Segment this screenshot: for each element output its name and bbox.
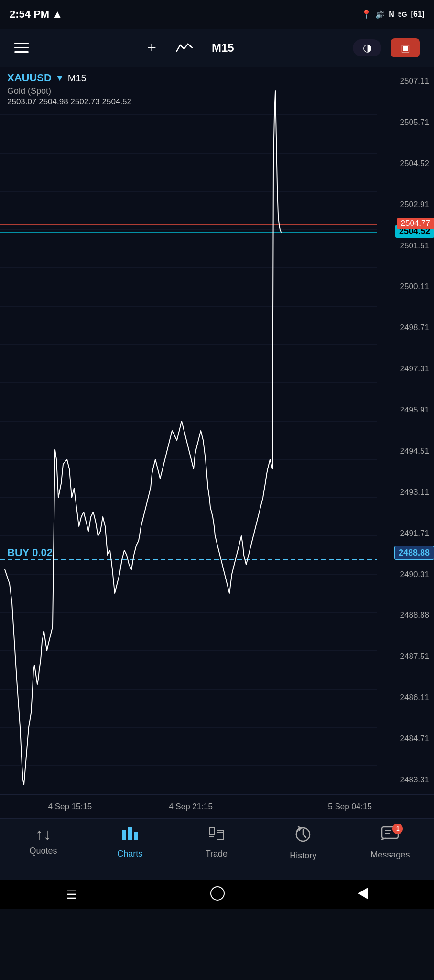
- time-label-1: 4 Sep 15:15: [10, 802, 130, 812]
- svg-rect-25: [134, 832, 138, 840]
- alert-price-tag: 2504.77: [397, 218, 434, 229]
- android-menu-button[interactable]: ☰: [66, 888, 77, 902]
- add-indicator-button[interactable]: +: [147, 39, 156, 56]
- svg-rect-26: [209, 828, 214, 835]
- chart-timeframe-label: M15: [68, 73, 87, 84]
- buy-price-tag: 2488.88: [394, 546, 434, 560]
- messages-icon: 1: [381, 826, 399, 846]
- price-chart[interactable]: BUY 0.02: [0, 67, 378, 794]
- price-level-18: 2483.31: [377, 775, 434, 785]
- android-back-button[interactable]: [358, 888, 368, 902]
- price-level-6: 2500.11: [377, 282, 434, 291]
- drawing-tool-button[interactable]: [175, 41, 193, 55]
- price-level-4: 2502.91: [377, 200, 434, 210]
- price-level-14: 2488.88: [377, 611, 434, 620]
- price-level-5: 2501.51: [377, 241, 434, 251]
- bottom-nav: ↑↓ Quotes Charts Trade: [0, 818, 434, 880]
- android-home-button[interactable]: [210, 886, 225, 903]
- svg-rect-23: [122, 830, 126, 840]
- symbol-name[interactable]: XAUUSD: [7, 72, 52, 84]
- chart-area: XAUUSD ▼ M15 Gold (Spot) 2503.07 2504.98…: [0, 67, 434, 794]
- chart-header: XAUUSD ▼ M15 Gold (Spot) 2503.07 2504.98…: [7, 72, 131, 107]
- price-level-1: 2507.11: [377, 77, 434, 86]
- charts-label: Charts: [117, 849, 142, 859]
- nav-item-trade[interactable]: Trade: [197, 826, 236, 859]
- signal-icon: 5G: [398, 11, 407, 18]
- screen-record-button[interactable]: ▣: [391, 38, 420, 57]
- price-level-10: 2494.51: [377, 446, 434, 456]
- nav-item-history[interactable]: History: [284, 826, 322, 861]
- ohlc-values: 2503.07 2504.98 2502.73 2504.52: [7, 97, 131, 107]
- svg-rect-24: [128, 827, 132, 840]
- trade-icon: [207, 826, 226, 845]
- quotes-label: Quotes: [30, 846, 57, 856]
- timeframe-button[interactable]: M15: [212, 41, 234, 55]
- symbol-description: Gold (Spot): [7, 86, 131, 96]
- symbol-dropdown-arrow[interactable]: ▼: [55, 73, 64, 83]
- price-level-11: 2493.11: [377, 488, 434, 497]
- price-level-3: 2504.52: [377, 159, 434, 168]
- nav-item-messages[interactable]: 1 Messages: [370, 826, 410, 860]
- price-level-12: 2491.71: [377, 529, 434, 538]
- price-level-13: 2490.31: [377, 570, 434, 579]
- nfc-icon: N: [389, 10, 394, 19]
- history-label: History: [290, 851, 316, 861]
- time-label-3: 5 Sep 04:15: [251, 802, 434, 812]
- quotes-icon: ↑↓: [35, 826, 52, 842]
- svg-rect-27: [217, 831, 224, 839]
- trade-label: Trade: [206, 849, 228, 859]
- messages-label: Messages: [370, 850, 410, 860]
- location-icon: 📍: [361, 9, 371, 20]
- svg-text:BUY 0.02: BUY 0.02: [7, 546, 53, 558]
- svg-line-0: [190, 46, 193, 48]
- hamburger-menu[interactable]: [14, 43, 29, 53]
- price-axis: 2507.11 2505.71 2504.52 2502.91 2501.51 …: [377, 67, 434, 794]
- battery-indicator: [61]: [411, 10, 424, 19]
- nav-item-charts[interactable]: Charts: [111, 826, 149, 859]
- price-level-16: 2486.11: [377, 693, 434, 702]
- bluetooth-icon: 🔊: [375, 10, 385, 19]
- time-axis: 4 Sep 15:15 4 Sep 21:15 5 Sep 04:15: [0, 794, 434, 818]
- status-time: 2:54 PM ▲: [10, 8, 63, 21]
- status-icons: 📍 🔊 N 5G [61]: [361, 9, 424, 20]
- android-nav-bar: ☰: [0, 880, 434, 909]
- status-bar: 2:54 PM ▲ 📍 🔊 N 5G [61]: [0, 0, 434, 29]
- price-level-15: 2487.51: [377, 652, 434, 661]
- time-label-2: 4 Sep 21:15: [130, 802, 251, 812]
- price-level-7: 2498.71: [377, 323, 434, 333]
- toolbar: + M15 ◑ ▣: [0, 29, 434, 67]
- history-icon: [294, 826, 312, 847]
- charts-icon: [121, 826, 139, 845]
- messages-badge: 1: [392, 824, 403, 834]
- theme-toggle[interactable]: ◑: [353, 39, 381, 56]
- price-level-9: 2495.91: [377, 405, 434, 415]
- price-level-17: 2484.71: [377, 734, 434, 744]
- price-level-8: 2497.31: [377, 364, 434, 374]
- price-level-2: 2505.71: [377, 118, 434, 127]
- nav-item-quotes[interactable]: ↑↓ Quotes: [24, 826, 63, 856]
